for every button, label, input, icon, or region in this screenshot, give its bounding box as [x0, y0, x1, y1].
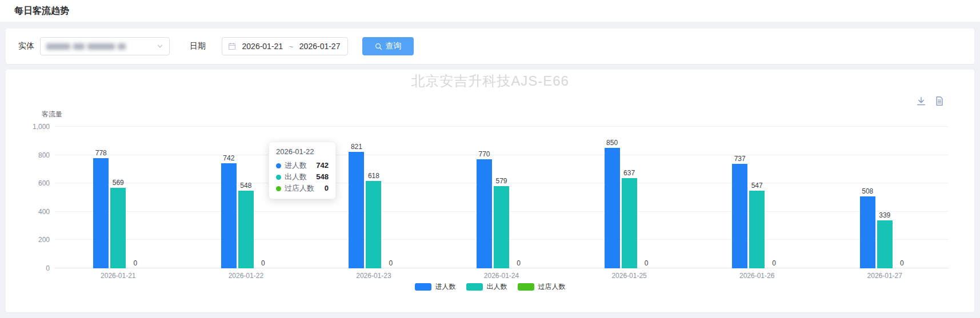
bar-进人数[interactable]: 850 — [605, 148, 620, 268]
watermark-text: 北京安吉升科技AJS-E66 — [6, 72, 974, 90]
legend-label: 过店人数 — [538, 282, 566, 292]
chart-legend: 进人数出人数过店人数 — [6, 282, 974, 292]
x-tick-label: 2026-01-21 — [54, 272, 182, 280]
x-tick-label: 2026-01-27 — [821, 272, 949, 280]
x-tick-label: 2026-01-25 — [565, 272, 693, 280]
y-tick-label: 800 — [38, 151, 50, 159]
tooltip-series-value: 0 — [325, 183, 329, 194]
bar-value-label: 778 — [95, 149, 107, 157]
filter-bar: 实体 日期 2026-01-21 ~ 2026-01-27 查询 — [6, 29, 974, 64]
bar-value-label: 548 — [240, 182, 251, 190]
date-end-value[interactable]: 2026-01-27 — [298, 42, 342, 51]
tooltip-series-label: 出人数 — [285, 171, 307, 183]
legend-label: 出人数 — [487, 282, 507, 292]
date-label: 日期 — [190, 41, 206, 51]
y-tick-label: 600 — [38, 179, 50, 187]
x-tick-label: 2026-01-26 — [693, 272, 821, 280]
legend-marker-icon — [466, 283, 483, 291]
y-tick-label: 1,000 — [33, 123, 50, 131]
entity-select[interactable] — [40, 37, 170, 55]
bar-value-label: 618 — [368, 172, 379, 180]
plot-area: 02004006008001,0007785690742548082161807… — [54, 127, 949, 268]
bar-出人数[interactable]: 569 — [110, 188, 126, 268]
tooltip-row: 出人数548 — [276, 171, 329, 183]
bar-value-label: 821 — [351, 143, 362, 151]
series-dot-icon — [276, 186, 281, 191]
page-header: 每日客流趋势 — [0, 0, 980, 22]
x-tick-label: 2026-01-24 — [438, 272, 566, 280]
query-button-label: 查询 — [386, 41, 402, 51]
legend-label: 进人数 — [435, 282, 456, 292]
y-tick-label: 200 — [38, 236, 50, 244]
y-axis-title: 客流量 — [42, 110, 62, 119]
bar-出人数[interactable]: 579 — [494, 186, 509, 268]
chevron-down-icon — [157, 43, 163, 50]
series-dot-icon — [276, 163, 281, 168]
bar-出人数[interactable]: 548 — [238, 191, 254, 268]
bar-进人数[interactable]: 770 — [477, 159, 492, 268]
x-tick-label: 2026-01-22 — [182, 272, 310, 280]
bar-value-label: 0 — [389, 259, 393, 267]
bar-出人数[interactable]: 339 — [877, 220, 893, 268]
legend-item-出人数[interactable]: 出人数 — [466, 282, 507, 292]
tooltip-row: 进人数742 — [276, 160, 329, 171]
search-icon — [375, 43, 382, 50]
document-icon[interactable] — [934, 96, 945, 106]
bar-value-label: 770 — [479, 150, 490, 158]
bar-group[interactable]: 7785690 — [54, 127, 182, 268]
bar-value-label: 339 — [879, 211, 890, 219]
tooltip-rows: 进人数742出人数548过店人数0 — [276, 160, 329, 194]
tooltip-series-value: 742 — [316, 160, 329, 171]
tooltip-series-label: 过店人数 — [285, 183, 314, 194]
bar-value-label: 508 — [862, 187, 873, 195]
bar-value-label: 742 — [223, 154, 234, 162]
bar-value-label: 579 — [496, 177, 507, 185]
bar-group[interactable]: 7705790 — [438, 127, 566, 268]
bar-value-label: 547 — [751, 182, 763, 190]
tooltip-row: 过店人数0 — [276, 183, 329, 194]
chart-toolbar — [916, 96, 945, 106]
date-separator: ~ — [289, 42, 294, 51]
entity-redacted-value — [46, 43, 126, 50]
bar-value-label: 0 — [645, 259, 649, 267]
y-tick-label: 400 — [38, 208, 50, 216]
legend-item-过店人数[interactable]: 过店人数 — [518, 282, 566, 292]
tooltip-series-label: 进人数 — [285, 160, 307, 171]
bar-出人数[interactable]: 618 — [366, 181, 381, 268]
bar-group[interactable]: 5083390 — [821, 127, 949, 268]
tooltip-title: 2026-01-22 — [276, 147, 329, 156]
x-tick-label: 2026-01-23 — [310, 272, 438, 280]
bar-进人数[interactable]: 778 — [93, 158, 109, 268]
date-start-value[interactable]: 2026-01-21 — [241, 42, 285, 51]
bar-进人数[interactable]: 508 — [860, 196, 875, 268]
bar-value-label: 737 — [734, 155, 746, 163]
bar-进人数[interactable]: 821 — [349, 152, 364, 268]
bar-出人数[interactable]: 547 — [749, 191, 765, 268]
bar-group[interactable]: 8506370 — [565, 127, 693, 268]
series-dot-icon — [276, 175, 281, 180]
download-icon[interactable] — [916, 96, 926, 106]
chart-panel: 北京安吉升科技AJS-E66 客流量 02004006008001,000778… — [6, 70, 974, 312]
bar-value-label: 0 — [133, 259, 137, 267]
entity-label: 实体 — [18, 41, 34, 51]
bar-value-label: 0 — [900, 259, 904, 267]
chart-tooltip: 2026-01-22 进人数742出人数548过店人数0 — [269, 142, 336, 199]
bar-进人数[interactable]: 742 — [221, 163, 237, 268]
bar-出人数[interactable]: 637 — [622, 178, 637, 268]
bar-value-label: 850 — [606, 139, 618, 147]
x-axis-labels: 2026-01-212026-01-222026-01-232026-01-24… — [54, 272, 949, 280]
bar-进人数[interactable]: 737 — [732, 164, 747, 268]
tooltip-series-value: 548 — [316, 171, 329, 183]
legend-marker-icon — [518, 283, 534, 291]
y-tick-label: 0 — [46, 264, 50, 272]
bar-value-label: 0 — [517, 259, 521, 267]
bar-value-label: 0 — [772, 259, 776, 267]
bar-value-label: 569 — [113, 179, 124, 187]
page-title: 每日客流趋势 — [14, 0, 69, 22]
date-range-picker[interactable]: 2026-01-21 ~ 2026-01-27 — [222, 37, 348, 55]
legend-item-进人数[interactable]: 进人数 — [415, 282, 456, 292]
legend-marker-icon — [415, 283, 431, 291]
bar-value-label: 637 — [623, 169, 635, 177]
query-button[interactable]: 查询 — [362, 37, 414, 55]
bar-group[interactable]: 7375470 — [693, 127, 821, 268]
